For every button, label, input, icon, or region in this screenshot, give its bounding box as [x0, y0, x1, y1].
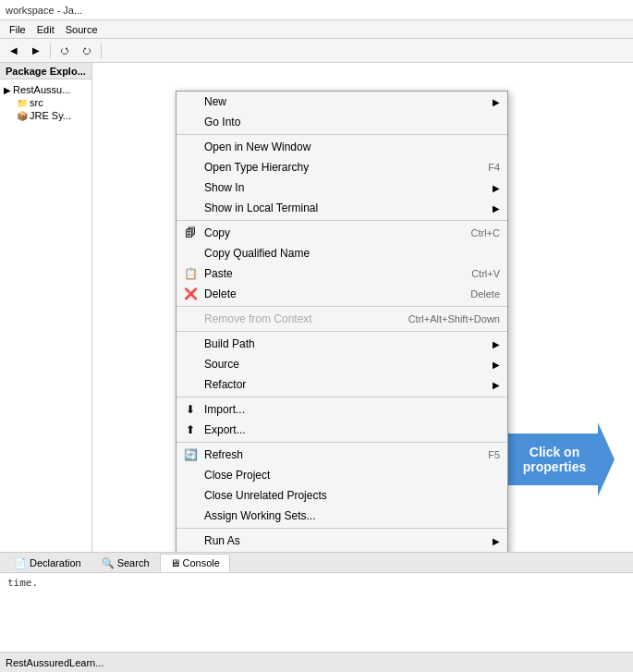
menu-item-debug-as[interactable]: Debug As▶: [177, 551, 507, 552]
toolbar-btn-3[interactable]: ⭯: [55, 42, 75, 60]
toolbar-btn-4[interactable]: ⭮: [77, 42, 97, 60]
import-label: Import...: [204, 403, 245, 416]
context-menu: New▶Go IntoOpen in New WindowOpen Type H…: [176, 91, 508, 552]
open-new-window-label: Open in New Window: [204, 141, 310, 153]
menu-item-refactor[interactable]: Refactor▶: [177, 374, 507, 395]
refactor-label: Refactor: [204, 378, 246, 391]
callout-text: Click on properties: [513, 445, 596, 474]
menu-item-remove-context: Remove from ContextCtrl+Alt+Shift+Down: [177, 309, 507, 329]
sidebar-jre-label: JRE Sy...: [30, 110, 71, 121]
remove-context-shortcut: Ctrl+Alt+Shift+Down: [408, 313, 500, 324]
refresh-shortcut: F5: [488, 449, 500, 460]
status-bar: RestAussuredLearn...: [0, 652, 633, 672]
paste-label: Paste: [204, 267, 233, 280]
toolbar-btn-1[interactable]: ◀: [4, 42, 24, 60]
tab-console-label: Console: [183, 557, 220, 568]
sidebar-root-label: RestAussu...: [13, 84, 70, 95]
menu-edit[interactable]: Edit: [31, 23, 60, 36]
sidebar-item-src[interactable]: 📁 src: [2, 96, 90, 109]
bottom-panel-tabs: 📄 Declaration 🔍 Search 🖥 Console: [0, 553, 633, 573]
sidebar-src-label: src: [30, 97, 43, 108]
menu-item-open-type-hierarchy[interactable]: Open Type HierarchyF4: [177, 157, 507, 177]
title-bar: workspace - Ja...: [0, 0, 633, 20]
toolbar-separator-2: [101, 43, 102, 58]
menu-item-copy[interactable]: 🗐CopyCtrl+C: [177, 223, 507, 243]
copy-shortcut: Ctrl+C: [471, 227, 500, 238]
tab-search-label: Search: [117, 557, 150, 568]
menu-item-run-as[interactable]: Run As▶: [177, 531, 507, 551]
refactor-arrow: ▶: [493, 380, 500, 390]
menu-item-delete[interactable]: ❌DeleteDelete: [177, 284, 507, 304]
sidebar-root-icon: ▶: [4, 85, 11, 95]
menu-item-go-into[interactable]: Go Into: [177, 112, 507, 132]
menu-item-open-new-window[interactable]: Open in New Window: [177, 137, 507, 157]
go-into-label: Go Into: [204, 116, 240, 128]
paste-shortcut: Ctrl+V: [471, 268, 500, 279]
menu-separator: [177, 134, 507, 135]
sidebar: Package Explo... ▶ RestAussu... 📁 src 📦 …: [0, 63, 92, 552]
search-icon: 🔍: [102, 557, 115, 569]
menu-item-build-path[interactable]: Build Path▶: [177, 334, 507, 354]
tab-search[interactable]: 🔍 Search: [91, 554, 160, 572]
paste-icon: 📋: [182, 267, 199, 280]
menu-item-paste[interactable]: 📋PasteCtrl+V: [177, 263, 507, 284]
show-in-label: Show In: [204, 181, 244, 194]
delete-label: Delete: [204, 287, 237, 300]
sidebar-title: Package Explo...: [6, 66, 86, 77]
import-icon: ⬇: [182, 403, 199, 416]
sidebar-item-jre[interactable]: 📦 JRE Sy...: [2, 109, 90, 122]
console-icon: 🖥: [170, 557, 180, 568]
menu-item-assign-working-sets[interactable]: Assign Working Sets...: [177, 506, 507, 526]
close-project-label: Close Project: [204, 469, 270, 482]
status-text: RestAussuredLearn...: [6, 657, 103, 668]
menu-item-import[interactable]: ⬇Import...: [177, 399, 507, 420]
menu-separator: [177, 306, 507, 307]
build-path-label: Build Path: [204, 337, 255, 350]
menu-item-source[interactable]: Source▶: [177, 354, 507, 374]
sidebar-jre-icon: 📦: [17, 111, 28, 121]
menu-separator: [177, 331, 507, 332]
declaration-icon: 📄: [14, 557, 27, 569]
delete-icon: ❌: [182, 287, 199, 300]
toolbar-separator-1: [50, 43, 51, 58]
app-window: workspace - Ja... File Edit Source ◀ ▶ ⭯…: [0, 0, 633, 672]
export-icon: ⬆: [182, 423, 199, 436]
new-arrow: ▶: [493, 97, 500, 107]
toolbar: ◀ ▶ ⭯ ⭮: [0, 39, 633, 63]
menu-item-close-project[interactable]: Close Project: [177, 465, 507, 485]
remove-context-label: Remove from Context: [204, 312, 312, 325]
new-label: New: [204, 95, 226, 108]
menu-item-close-unrelated[interactable]: Close Unrelated Projects: [177, 485, 507, 506]
sidebar-src-icon: 📁: [17, 98, 28, 108]
copy-qualified-name-label: Copy Qualified Name: [204, 247, 310, 260]
show-local-terminal-label: Show in Local Terminal: [204, 202, 318, 214]
menu-item-show-in[interactable]: Show In▶: [177, 177, 507, 198]
menu-item-refresh[interactable]: 🔄RefreshF5: [177, 445, 507, 465]
menu-item-new[interactable]: New▶: [177, 92, 507, 112]
run-as-label: Run As: [204, 534, 240, 547]
menu-item-export[interactable]: ⬆Export...: [177, 420, 507, 440]
tab-console[interactable]: 🖥 Console: [160, 554, 230, 572]
menu-file[interactable]: File: [4, 23, 31, 36]
tab-declaration-label: Declaration: [30, 557, 81, 568]
open-type-hierarchy-label: Open Type Hierarchy: [204, 161, 309, 174]
run-as-arrow: ▶: [493, 536, 500, 546]
menu-separator: [177, 397, 507, 397]
refresh-label: Refresh: [204, 448, 243, 461]
show-in-arrow: ▶: [493, 183, 500, 193]
sidebar-content: ▶ RestAussu... 📁 src 📦 JRE Sy...: [0, 79, 91, 126]
source-arrow: ▶: [493, 360, 500, 370]
refresh-icon: 🔄: [182, 448, 199, 461]
menu-bar: File Edit Source: [0, 20, 633, 39]
menu-item-show-local-terminal[interactable]: Show in Local Terminal▶: [177, 198, 507, 218]
source-label: Source: [204, 358, 239, 371]
toolbar-btn-2[interactable]: ▶: [26, 42, 46, 60]
sidebar-header: Package Explo...: [0, 63, 91, 79]
copy-icon: 🗐: [182, 226, 199, 239]
sidebar-item-root[interactable]: ▶ RestAussu...: [2, 83, 90, 96]
menu-source[interactable]: Source: [60, 23, 103, 36]
title-text: workspace - Ja...: [6, 5, 82, 16]
menu-item-copy-qualified-name[interactable]: Copy Qualified Name: [177, 243, 507, 263]
tab-declaration[interactable]: 📄 Declaration: [4, 554, 91, 572]
open-type-hierarchy-shortcut: F4: [488, 162, 500, 173]
